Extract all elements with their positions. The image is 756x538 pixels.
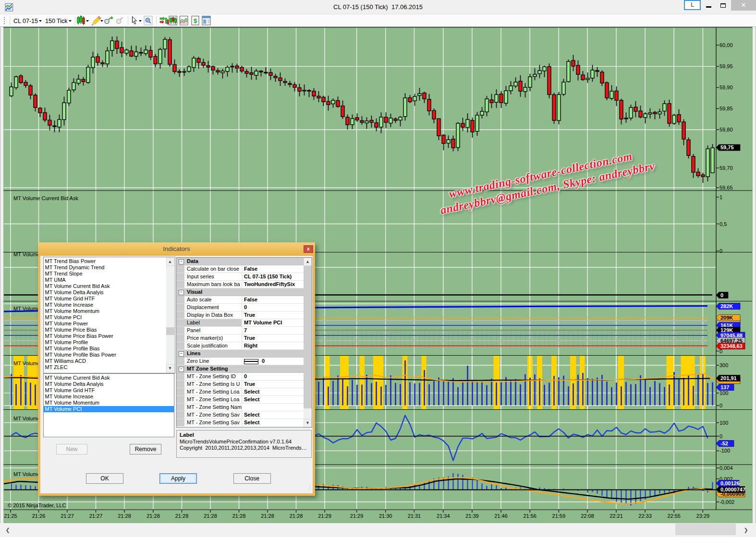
svg-text:22:21: 22:21 <box>610 513 623 519</box>
svg-text:32348,63: 32348,63 <box>720 343 743 349</box>
svg-text:300: 300 <box>719 362 728 368</box>
svg-text:21:39: 21:39 <box>465 513 479 519</box>
svg-text:137: 137 <box>720 384 729 390</box>
svg-text:MT Volume Current Bid Ask: MT Volume Current Bid Ask <box>13 195 78 201</box>
svg-text:59,70: 59,70 <box>719 165 733 171</box>
svg-text:21:31: 21:31 <box>408 513 421 519</box>
svg-text:64697,25: 64697,25 <box>720 338 743 344</box>
svg-text:209K: 209K <box>720 315 733 321</box>
svg-text:0: 0 <box>719 248 722 254</box>
svg-text:201,91: 201,91 <box>720 375 737 381</box>
svg-text:1: 1 <box>719 194 722 200</box>
svg-text:22:08: 22:08 <box>581 513 594 519</box>
svg-text:0,00126: 0,00126 <box>720 480 740 486</box>
svg-text:150 Tick: 150 Tick <box>45 18 68 24</box>
svg-text:0,004: 0,004 <box>719 465 733 471</box>
svg-text:21:26: 21:26 <box>32 513 46 519</box>
svg-text:21:28: 21:28 <box>118 513 131 519</box>
svg-text:23:29: 23:29 <box>696 513 710 519</box>
svg-text:0,0000747: 0,0000747 <box>720 487 745 492</box>
svg-text:97045,88: 97045,88 <box>720 333 743 338</box>
svg-text:21:28: 21:28 <box>261 513 274 519</box>
svg-text:100: 100 <box>719 420 728 426</box>
svg-text:21:34: 21:34 <box>437 513 450 519</box>
svg-text:-0,002: -0,002 <box>719 499 734 505</box>
svg-text:59,80: 59,80 <box>719 127 733 132</box>
svg-text:0: 0 <box>720 292 723 298</box>
svg-text:CL 07-15: CL 07-15 <box>13 18 38 24</box>
svg-text:282K: 282K <box>720 303 733 309</box>
svg-text:22:33: 22:33 <box>638 513 652 519</box>
svg-text:21:25: 21:25 <box>4 513 17 519</box>
svg-text:21:28: 21:28 <box>204 513 217 519</box>
svg-text:21:59: 21:59 <box>552 513 566 519</box>
svg-text:22:55: 22:55 <box>667 513 681 519</box>
svg-text:21:28: 21:28 <box>175 513 189 519</box>
svg-text:21:29: 21:29 <box>318 513 331 519</box>
svg-text:21:29: 21:29 <box>350 513 364 519</box>
svg-text:-100: -100 <box>719 448 730 454</box>
svg-text:59,65: 59,65 <box>719 185 733 191</box>
svg-text:0,5: 0,5 <box>719 221 727 227</box>
svg-text:59,95: 59,95 <box>719 63 733 69</box>
svg-text:21:46: 21:46 <box>494 513 508 519</box>
svg-text:21:30: 21:30 <box>379 513 392 519</box>
svg-text:21:27: 21:27 <box>89 513 103 519</box>
svg-text:21:56: 21:56 <box>523 513 537 519</box>
svg-text:21:28: 21:28 <box>232 513 246 519</box>
svg-text:59,90: 59,90 <box>719 84 733 90</box>
svg-text:59,75: 59,75 <box>720 144 734 150</box>
svg-text:21:28: 21:28 <box>290 513 303 519</box>
svg-text:59,85: 59,85 <box>719 106 733 111</box>
svg-text:0: 0 <box>719 433 722 439</box>
svg-text:21:27: 21:27 <box>61 513 74 519</box>
svg-text:$: $ <box>194 17 197 24</box>
svg-text:0: 0 <box>719 403 722 408</box>
svg-text:21:28: 21:28 <box>146 513 160 519</box>
svg-text:-52: -52 <box>720 441 728 446</box>
svg-text:100: 100 <box>719 390 728 396</box>
svg-text:© 2015 NinjaTrader, LLC: © 2015 NinjaTrader, LLC <box>8 502 66 508</box>
svg-text:60,00: 60,00 <box>719 42 733 48</box>
